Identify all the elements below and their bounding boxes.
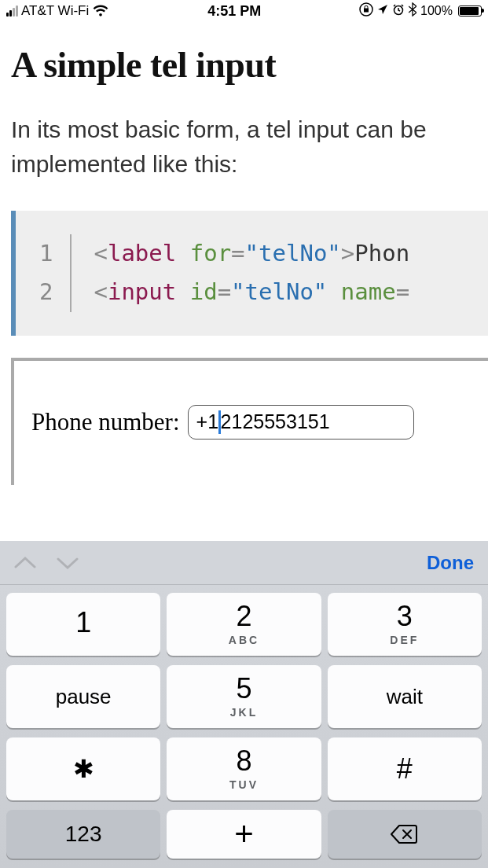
battery-icon xyxy=(458,6,482,17)
example-frame: Phone number: +12125553151 xyxy=(11,358,488,485)
key-primary-label: 2 xyxy=(236,602,251,631)
page-heading: A simple tel input xyxy=(11,44,477,86)
battery-percent: 100% xyxy=(420,4,453,18)
bluetooth-icon xyxy=(409,2,416,20)
key-wait[interactable]: wait xyxy=(328,665,482,728)
location-icon xyxy=(377,4,388,18)
key-secondary-label: ABC xyxy=(229,634,259,646)
phone-value-post: 2125553151 xyxy=(221,410,330,433)
status-left: AT&T Wi-Fi xyxy=(6,3,109,19)
page-intro: In its most basic form, a tel input can … xyxy=(11,112,477,181)
orientation-lock-icon xyxy=(359,2,373,20)
key-pause[interactable]: pause xyxy=(6,665,160,728)
key-hash[interactable]: # xyxy=(328,737,482,800)
code-lines: <label for="telNo">Phon <input id="telNo… xyxy=(72,234,409,312)
line-number: 1 xyxy=(39,234,53,273)
key-label: wait xyxy=(387,685,423,709)
cell-signal-icon xyxy=(6,6,18,17)
key-secondary-label: TUV xyxy=(229,778,259,791)
key-2[interactable]: 2 ABC xyxy=(167,593,321,656)
code-gutter: 1 2 xyxy=(16,234,72,312)
keyboard: Done 1 2 ABC 3 DEF pause 5 JKL xyxy=(0,541,488,868)
clock: 4:51 PM xyxy=(207,3,261,20)
carrier-label: AT&T Wi-Fi xyxy=(21,3,89,19)
key-8[interactable]: 8 TUV xyxy=(167,737,321,800)
key-label: 123 xyxy=(65,822,102,847)
status-right: 100% xyxy=(359,2,482,20)
line-number: 2 xyxy=(39,273,53,311)
next-field-icon[interactable] xyxy=(57,556,79,570)
key-1[interactable]: 1 xyxy=(6,593,160,656)
key-secondary-label: DEF xyxy=(390,634,419,646)
key-backspace[interactable] xyxy=(328,810,482,859)
phone-value-pre: +1 xyxy=(196,410,219,433)
keyboard-done-button[interactable]: Done xyxy=(427,552,474,574)
phone-label: Phone number: xyxy=(31,408,180,436)
key-label: + xyxy=(234,818,254,851)
key-label: pause xyxy=(56,685,112,709)
code-block: 1 2 <label for="telNo">Phon <input id="t… xyxy=(11,211,488,336)
prev-field-icon[interactable] xyxy=(14,556,36,570)
code-line: <input id="telNo" name= xyxy=(94,273,409,311)
code-line: <label for="telNo">Phon xyxy=(94,234,409,273)
key-primary-label: 1 xyxy=(75,609,91,637)
wifi-icon xyxy=(92,5,109,17)
alarm-icon xyxy=(392,3,405,19)
backspace-icon xyxy=(390,823,420,845)
key-primary-label: 3 xyxy=(397,602,413,631)
key-5[interactable]: 5 JKL xyxy=(167,665,321,728)
key-primary-label: 5 xyxy=(236,675,251,703)
key-label: # xyxy=(397,755,413,783)
key-plus[interactable]: + xyxy=(167,810,321,859)
status-bar: AT&T Wi-Fi 4:51 PM 100% xyxy=(0,0,488,22)
key-label: ✱ xyxy=(73,756,94,782)
key-secondary-label: JKL xyxy=(230,706,258,719)
key-primary-label: 8 xyxy=(236,747,251,775)
phone-input[interactable]: +12125553151 xyxy=(188,405,414,440)
key-star[interactable]: ✱ xyxy=(6,737,160,800)
page-content: A simple tel input In its most basic for… xyxy=(0,44,488,485)
keyboard-toolbar: Done xyxy=(0,541,488,585)
key-mode-123[interactable]: 123 xyxy=(6,810,160,859)
key-3[interactable]: 3 DEF xyxy=(328,593,482,656)
